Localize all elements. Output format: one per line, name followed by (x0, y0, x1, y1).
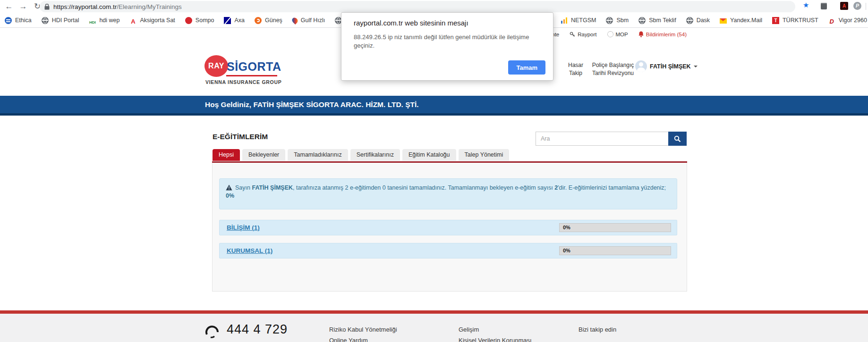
back-icon[interactable]: ← (3, 0, 15, 13)
bookmark-ethica[interactable]: Ethica (5, 17, 32, 24)
envelope-icon (720, 18, 727, 24)
completion-percent: 0% (226, 192, 234, 199)
globe-icon (606, 17, 613, 24)
search-button[interactable] (668, 132, 687, 146)
dotted-circle-icon (607, 31, 613, 37)
footer-links-col1: Riziko Kabul Yönetmeliği Online Yardım (329, 324, 397, 342)
flame-icon (291, 17, 299, 25)
nav-mop[interactable]: MOP (607, 31, 628, 37)
url-text: https://rayportal.com.tr/Elearning/MyTra… (53, 3, 182, 10)
chevron-down-icon (694, 66, 698, 67)
dialog-ok-button[interactable]: Tamam (508, 60, 545, 75)
progress-bar: 0% (559, 246, 671, 255)
globe-icon (686, 17, 693, 24)
forward-icon[interactable]: → (17, 0, 29, 13)
red-d-icon (828, 17, 835, 24)
bookmark-hdi-wep[interactable]: hdi wep (89, 17, 119, 24)
logo-underline (226, 75, 277, 76)
hdi-text-icon (89, 17, 96, 24)
trainings-panel: Sayın FATİH ŞİMŞEK, tarafınıza atanmış 2… (212, 163, 687, 292)
dialog-title: rayportal.com.tr web sitesinin mesajı (354, 19, 468, 27)
app-root: ← → ↻ https://rayportal.com.tr/Elearning… (0, 0, 868, 342)
extension-icon[interactable] (821, 3, 827, 9)
bookmark-dask[interactable]: Dask (686, 17, 710, 24)
acrobat-extension-icon[interactable]: A (840, 2, 848, 10)
utility-nav: Acente Rayport MOP Bildirimlerim (54) (542, 31, 687, 37)
progress-bar: 0% (559, 223, 671, 232)
nav-notifications[interactable]: Bildirimlerim (54) (638, 31, 687, 37)
dialog-message: 88.249.26.5 ip niz tanımlı değil lütfen … (354, 33, 539, 50)
ray-sigorta-logo[interactable]: RAY SİGORTA VIENNA INSURANCE GROUP (204, 53, 285, 82)
bookmark-axa[interactable]: Axa (224, 17, 245, 24)
globe-icon (638, 17, 646, 24)
bookmarks-bar-right: NETGSM Sbm Sbm Teklif Dask Yandex.Mail T… (561, 13, 867, 27)
profile-icon[interactable]: P (853, 2, 861, 10)
course-row-kurumsal: KURUMSAL (1) 0% (219, 243, 677, 259)
phone-number: 444 4 729 (227, 322, 288, 337)
tab-hepsi[interactable]: Hepsi (213, 149, 240, 161)
bookmark-vigor[interactable]: Vigor 2960 (828, 17, 867, 24)
warning-icon (226, 184, 232, 191)
avatar[interactable] (635, 60, 647, 72)
tab-bekleyenler[interactable]: Bekleyenler (242, 149, 285, 161)
search-icon (674, 135, 681, 142)
tab-sertifikalariniz[interactable]: Sertifikalarınız (350, 149, 400, 161)
bookmark-sompo[interactable]: Sompo (185, 17, 214, 24)
trainings-tabs: Hepsi Bekleyenler Tamamladıklarınız Sert… (213, 149, 509, 161)
bookmark-gunes[interactable]: Güneş (255, 17, 282, 24)
bookmark-aksigorta[interactable]: Aksigorta Sat (130, 17, 175, 24)
footer-link-riziko[interactable]: Riziko Kabul Yönetmeliği (329, 324, 397, 335)
progress-label: 0% (563, 224, 570, 232)
link-police-baslangic[interactable]: Poliçe Başlangıç Tarihi Revizyonu (589, 61, 637, 77)
footer-links-col2: Gelişim Kişisel Verilerin Korunması (459, 324, 532, 342)
ethica-circle-icon (5, 17, 12, 24)
lock-icon (44, 4, 50, 10)
orange-circle-icon (255, 17, 262, 24)
footer: 444 4 729 Riziko Kabul Yönetmeliği Onlin… (0, 314, 868, 342)
footer-accent-bar (0, 310, 868, 314)
logo-tagline: VIENNA INSURANCE GROUP (205, 79, 281, 85)
bookmark-star-icon[interactable]: ★ (803, 1, 809, 9)
footer-link-gelisim[interactable]: Gelişim (459, 324, 532, 335)
red-a-icon (130, 17, 137, 24)
welcome-banner: Hoş Geldiniz, FATİH ŞİMŞEK SİGORTA ARAC.… (0, 96, 868, 116)
search-input[interactable] (536, 132, 669, 146)
key-icon (570, 32, 575, 37)
bookmark-turktrust[interactable]: TÜRKTRUST (772, 17, 818, 24)
footer-link-online-yardim[interactable]: Online Yardım (329, 335, 397, 342)
bookmark-sbm[interactable]: Sbm (606, 17, 629, 24)
progress-label: 0% (563, 247, 570, 255)
js-alert-dialog: rayportal.com.tr web sitesinin mesajı 88… (341, 12, 553, 81)
course-row-bilisim: BİLİŞİM (1) 0% (219, 220, 677, 235)
footer-link-kisisel-veriler[interactable]: Kişisel Verilerin Korunması (459, 335, 532, 342)
course-link-kurumsal[interactable]: KURUMSAL (1) (227, 247, 272, 254)
address-bar[interactable]: https://rayportal.com.tr/Elearning/MyTra… (40, 1, 795, 12)
bell-icon (638, 31, 644, 37)
headset-icon (204, 323, 220, 339)
toolbar-separator (866, 3, 866, 10)
bookmarks-bar: Ethica HDI Portal hdi wep Aksigorta Sat … (5, 13, 362, 27)
footer-follow-label: Bizi takip edin (579, 324, 616, 335)
tab-talep-yonetimi[interactable]: Talep Yönetimi (459, 149, 510, 161)
axa-square-icon (224, 17, 231, 24)
tab-tamamladiklariniz[interactable]: Tamamladıklarınız (288, 149, 348, 161)
bookmark-netgsm[interactable]: NETGSM (561, 17, 596, 24)
globe-icon (42, 17, 49, 24)
logo-wordmark: SİGORTA (227, 60, 281, 74)
red-circle-icon (185, 17, 192, 24)
tab-egitim-katalogu[interactable]: Eğitim Kataloğu (402, 149, 456, 161)
user-menu[interactable]: FATİH ŞİMŞEK (650, 63, 698, 70)
bookmark-hdi-portal[interactable]: HDI Portal (42, 17, 79, 24)
completion-info-alert: Sayın FATİH ŞİMŞEK, tarafınıza atanmış 2… (219, 178, 677, 209)
welcome-text: Hoş Geldiniz, FATİH ŞİMŞEK SİGORTA ARAC.… (205, 96, 419, 113)
bookmark-yandex-mail[interactable]: Yandex.Mail (720, 17, 762, 24)
bar-chart-icon (561, 17, 568, 24)
bookmark-sbm-teklif[interactable]: Sbm Teklif (638, 17, 676, 24)
nav-rayport[interactable]: Rayport (570, 32, 596, 37)
logo-red-circle: RAY (204, 55, 228, 77)
link-hasar-takip[interactable]: Hasar Takip (565, 61, 587, 77)
page-title: E-EĞİTİMLERİM (213, 133, 268, 141)
course-link-bilisim[interactable]: BİLİŞİM (1) (227, 224, 260, 231)
red-t-icon (772, 17, 779, 24)
bookmark-gulf[interactable]: Gulf Hızlı (292, 17, 325, 24)
